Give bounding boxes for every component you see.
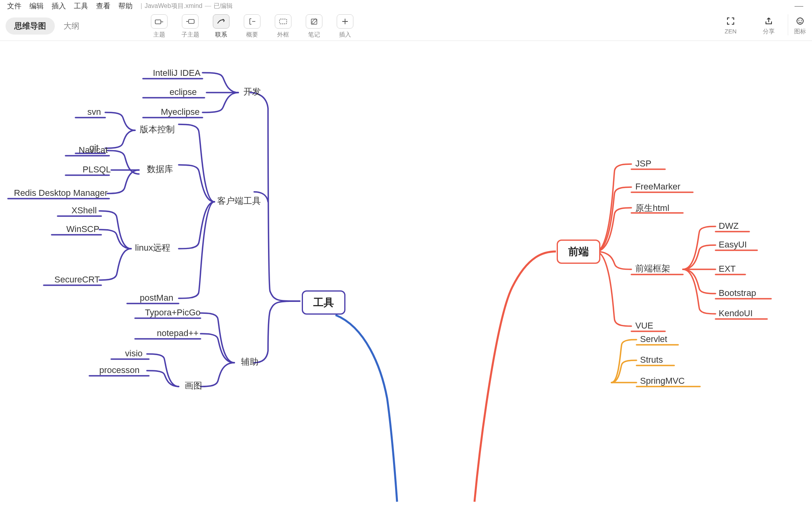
svg-point-6 — [801, 20, 802, 21]
node-redis[interactable]: Redis Desktop Manager — [14, 188, 108, 198]
node-intellij[interactable]: IntelliJ IDEA — [153, 68, 201, 78]
tab-outline[interactable]: 大纲 — [55, 17, 88, 35]
topic-frontend[interactable]: 前端 — [557, 240, 600, 264]
svg-rect-2 — [280, 19, 287, 24]
node-db[interactable]: 数据库 — [147, 163, 173, 175]
node-dwz[interactable]: DWZ — [719, 221, 739, 231]
notes-icon — [306, 14, 322, 29]
summary-icon — [244, 14, 260, 29]
fullscreen-icon — [726, 14, 735, 28]
node-navicat[interactable]: Navicat — [79, 145, 108, 155]
toolbar: 思维导图 大纲 主题 子主题 联系 概要 外框 笔记 插入 — [0, 12, 812, 41]
subtopic-icon — [182, 14, 199, 29]
share-icon — [764, 14, 773, 28]
node-vcs[interactable]: 版本控制 — [140, 124, 175, 135]
toolbar-boundary-button[interactable]: 外框 — [268, 12, 299, 39]
toolbar-summary-button[interactable]: 概要 — [237, 12, 268, 39]
node-servlet[interactable]: Servlet — [640, 334, 667, 344]
node-myeclipse[interactable]: Myeclipse — [161, 107, 200, 117]
node-springmvc[interactable]: SpringMVC — [640, 376, 685, 386]
node-xshell[interactable]: XShell — [71, 205, 97, 216]
node-eclipse[interactable]: eclipse — [170, 87, 197, 97]
menu-view[interactable]: 查看 — [92, 0, 114, 12]
document-status: 已编辑 — [214, 2, 233, 10]
plus-icon — [337, 14, 353, 29]
svg-point-5 — [798, 20, 799, 21]
boundary-icon — [275, 14, 291, 29]
node-fw[interactable]: 前端框架 — [635, 263, 670, 274]
node-typora[interactable]: Typora+PicGo — [145, 307, 201, 318]
menu-edit[interactable]: 编辑 — [25, 0, 48, 12]
tab-mindmap[interactable]: 思维导图 — [6, 17, 55, 35]
node-easyui[interactable]: EasyUI — [719, 240, 747, 250]
toolbar-group-right: ZEN 分享 图标 — [712, 12, 812, 43]
relationship-icon — [213, 14, 230, 29]
node-aux[interactable]: 辅助 — [241, 356, 258, 368]
node-ext[interactable]: EXT — [719, 264, 736, 274]
node-processon[interactable]: processon — [99, 365, 140, 375]
node-winscp[interactable]: WinSCP — [66, 224, 99, 234]
menu-tools[interactable]: 工具 — [70, 0, 92, 12]
document-name: JavaWeb项目.xmind — [145, 2, 203, 10]
mindmap-canvas[interactable]: 工具 前端 开发 IntelliJ IDEA eclipse Myeclipse… — [0, 41, 812, 520]
node-plsql[interactable]: PLSQL — [83, 164, 111, 175]
theme-icon — [151, 14, 168, 29]
node-struts[interactable]: Struts — [640, 355, 663, 365]
document-title: | JavaWeb项目.xmind — 已编辑 — [141, 2, 233, 10]
menu-help[interactable]: 帮助 — [114, 0, 137, 12]
svg-rect-0 — [155, 20, 161, 24]
window-minimize-button[interactable]: — — [789, 1, 809, 11]
node-freemarker[interactable]: FreeMarker — [635, 182, 681, 192]
node-postman[interactable]: postMan — [140, 293, 173, 303]
toolbar-relationship-button[interactable]: 联系 — [206, 12, 237, 39]
node-jsp[interactable]: JSP — [635, 159, 651, 169]
toolbar-icons-button[interactable]: 图标 — [788, 14, 812, 35]
toolbar-subtopic-button[interactable]: 子主题 — [175, 12, 206, 39]
node-visio[interactable]: visio — [125, 348, 143, 359]
svg-rect-1 — [189, 19, 194, 23]
toolbar-notes-button[interactable]: 笔记 — [299, 12, 330, 39]
emoji-icon — [796, 14, 804, 28]
menu-bar: 文件 编辑 插入 工具 查看 帮助 | JavaWeb项目.xmind — 已编… — [0, 0, 812, 12]
node-notepad[interactable]: notepad++ — [157, 328, 199, 338]
node-rawhtml[interactable]: 原生html — [635, 202, 669, 214]
toolbar-share-button[interactable]: 分享 — [750, 14, 788, 35]
mindmap-connectors — [0, 41, 812, 520]
svg-point-4 — [797, 18, 803, 24]
node-securecrt[interactable]: SecureCRT — [54, 274, 100, 285]
toolbar-zen-button[interactable]: ZEN — [712, 14, 750, 35]
view-toggle: 思维导图 大纲 — [6, 17, 88, 35]
topic-tools[interactable]: 工具 — [302, 290, 345, 315]
node-draw[interactable]: 画图 — [185, 380, 202, 392]
node-svn[interactable]: svn — [87, 107, 101, 117]
node-dev[interactable]: 开发 — [243, 86, 261, 98]
toolbar-insert-button[interactable]: 插入 — [330, 12, 361, 39]
node-client-tools[interactable]: 客户端工具 — [217, 195, 261, 207]
toolbar-theme-button[interactable]: 主题 — [144, 12, 175, 39]
menu-file[interactable]: 文件 — [3, 0, 25, 12]
node-bootstrap[interactable]: Bootstrap — [719, 288, 756, 298]
node-vue[interactable]: VUE — [635, 321, 653, 331]
node-linux[interactable]: linux远程 — [135, 242, 170, 254]
toolbar-group-main: 主题 子主题 联系 概要 外框 笔记 插入 — [144, 12, 361, 39]
menu-insert[interactable]: 插入 — [48, 0, 70, 12]
node-kendoui[interactable]: KendoUI — [719, 308, 753, 319]
